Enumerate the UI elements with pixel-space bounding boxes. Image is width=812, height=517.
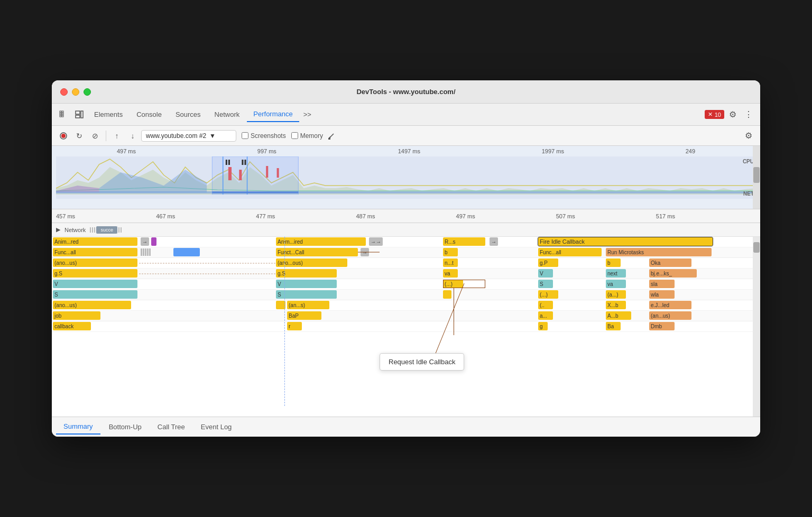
xb-block[interactable]: X...b <box>606 301 626 309</box>
dmb-block[interactable]: Dmb <box>649 322 675 330</box>
gs-block-1[interactable]: g.S <box>53 269 137 278</box>
run-microtasks-block[interactable]: Run Microtasks <box>606 248 712 256</box>
bjeks-block[interactable]: bj.e...ks_ <box>649 269 697 278</box>
network-success-block[interactable]: succe <box>96 226 117 234</box>
pause-block[interactable] <box>151 237 156 246</box>
download-button[interactable]: ↓ <box>125 128 140 143</box>
ba-block[interactable]: Ba <box>606 322 621 330</box>
va-block-2[interactable]: va <box>606 280 626 288</box>
s-block-2[interactable]: S <box>53 290 137 299</box>
an-us-block[interactable]: (an...us) <box>649 311 691 320</box>
flame-row-2: (ano...us) (ano...ous) n...t g.P b Oka <box>52 258 760 269</box>
funct-call-block[interactable]: Funct...Call <box>276 248 358 256</box>
svg-rect-24 <box>228 160 230 165</box>
record-button[interactable] <box>56 128 71 143</box>
toolbar-gear-icon[interactable]: ⚙ <box>741 128 756 143</box>
arrow-3: → <box>490 237 498 246</box>
svg-rect-26 <box>244 160 246 165</box>
func-all-block-2[interactable]: Func...all <box>538 248 602 256</box>
flame-scroll-thumb[interactable] <box>753 242 760 253</box>
a-dot-block[interactable]: a... <box>538 311 553 320</box>
func-all-block-1[interactable]: Func...all <box>53 248 137 256</box>
arrow-4: → <box>361 248 369 256</box>
reload-button[interactable]: ↻ <box>72 128 87 143</box>
wla-block[interactable]: wla <box>649 290 675 299</box>
memory-checkbox[interactable] <box>291 132 298 139</box>
rs-block[interactable]: R...s <box>443 237 485 246</box>
minimize-button[interactable] <box>72 88 79 96</box>
dotdot-block[interactable]: (.. <box>538 301 553 309</box>
tab-network[interactable]: Network <box>208 107 246 122</box>
svg-rect-4 <box>60 115 61 117</box>
yellow-sm2[interactable] <box>276 301 285 309</box>
timeline-overview[interactable]: 497 ms 997 ms 1497 ms 1997 ms 249 <box>52 146 760 209</box>
v-block-1[interactable]: V <box>538 269 553 278</box>
s-block-3[interactable]: S <box>276 290 337 299</box>
timeline-scrollbar[interactable] <box>753 146 760 209</box>
flame-row-7: job BaP a... A...b (an...us) <box>52 311 760 321</box>
blue-block[interactable] <box>173 248 200 256</box>
paren-block-2[interactable]: (...) <box>538 290 558 299</box>
r-block[interactable]: r <box>287 322 302 330</box>
va-block-1[interactable]: va <box>443 269 458 278</box>
ano-us-block-2[interactable]: (ano...us) <box>53 301 131 309</box>
job-block[interactable]: job <box>53 311 100 320</box>
g-block[interactable]: g <box>538 322 548 330</box>
yellow-sm-block[interactable] <box>443 290 451 299</box>
anim-ired-block[interactable]: Anim...ired <box>276 237 366 246</box>
ano-ous-block[interactable]: (ano...ous) <box>276 258 347 267</box>
a-block[interactable]: (a...) <box>606 290 626 299</box>
settings-gear-icon[interactable]: ⚙ <box>725 107 740 122</box>
n-t-block[interactable]: n...t <box>443 258 458 267</box>
ano-us-block-1[interactable]: (ano...us) <box>53 258 137 267</box>
svg-point-10 <box>61 134 66 138</box>
tab-bottom-up[interactable]: Bottom-Up <box>102 420 149 434</box>
sla-block[interactable]: sla <box>649 280 675 288</box>
more-options-icon[interactable]: ⋮ <box>741 107 756 122</box>
fire-idle-callback-block[interactable]: Fire Idle Callback <box>538 237 713 246</box>
url-selector[interactable]: www.youtube.com #2 ▼ <box>141 130 236 142</box>
ejled-block[interactable]: e.J...led <box>649 301 691 309</box>
tab-call-tree[interactable]: Call Tree <box>150 420 192 434</box>
screenshots-checkbox[interactable] <box>242 132 248 139</box>
svg-rect-7 <box>76 115 80 118</box>
more-tabs-button[interactable]: >> <box>300 108 315 121</box>
callback-block[interactable]: callback <box>53 322 91 330</box>
flame-chart[interactable]: Anim...red → Anim...ired →→ R...s → Fire… <box>52 237 760 417</box>
an-s-block[interactable]: (an...s) <box>287 301 329 309</box>
svg-rect-18 <box>212 156 298 195</box>
ab-block[interactable]: A...b <box>606 311 631 320</box>
tab-sources[interactable]: Sources <box>169 107 207 122</box>
selection-box <box>443 280 485 288</box>
gp-block[interactable]: g.P <box>538 258 558 267</box>
inspect-icon[interactable] <box>72 107 87 122</box>
anim-red-block-1[interactable]: Anim...red <box>53 237 137 246</box>
tab-performance[interactable]: Performance <box>247 107 299 122</box>
timeline-scroll-thumb[interactable] <box>753 167 760 183</box>
svg-rect-6 <box>76 111 80 114</box>
network-expand-icon[interactable]: ▶ <box>56 226 60 233</box>
gs-block-2[interactable]: g.S <box>276 269 337 278</box>
flame-scrollbar[interactable] <box>753 237 760 417</box>
b-block-1[interactable]: b <box>443 248 458 256</box>
maximize-button[interactable] <box>84 88 91 96</box>
svg-rect-5 <box>62 115 63 117</box>
tab-summary[interactable]: Summary <box>56 419 100 435</box>
broom-button[interactable] <box>324 128 339 143</box>
close-button[interactable] <box>60 88 68 96</box>
tab-console[interactable]: Console <box>130 107 168 122</box>
oka-block[interactable]: Oka <box>649 258 691 267</box>
b-block-2[interactable]: b <box>606 258 621 267</box>
separator-1 <box>106 131 106 141</box>
cursor-icon[interactable] <box>56 107 71 122</box>
svg-rect-22 <box>212 191 298 193</box>
next-block[interactable]: next <box>606 269 626 278</box>
clear-button[interactable]: ⊘ <box>88 128 103 143</box>
tab-elements[interactable]: Elements <box>88 107 129 122</box>
upload-button[interactable]: ↑ <box>109 128 124 143</box>
s-block-1[interactable]: S <box>538 280 553 288</box>
v-block-2[interactable]: V <box>53 280 137 288</box>
v-block-3[interactable]: V <box>276 280 337 288</box>
tab-event-log[interactable]: Event Log <box>193 420 239 434</box>
bap-block[interactable]: BaP <box>287 311 321 320</box>
